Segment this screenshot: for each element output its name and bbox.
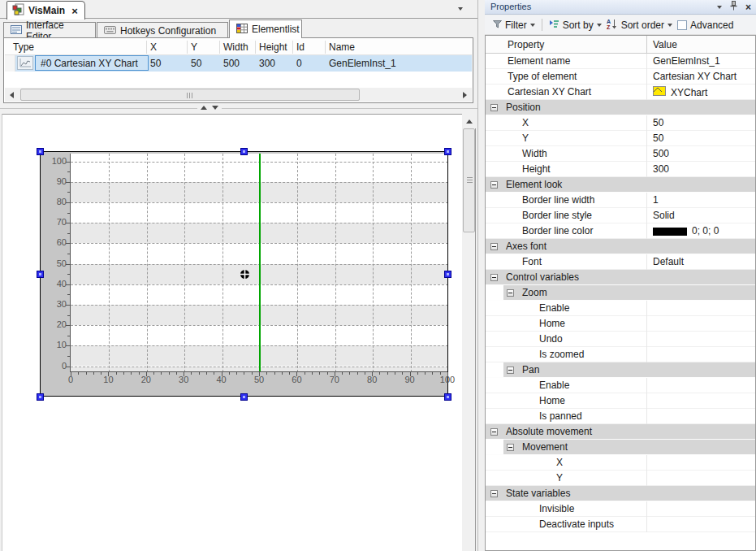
- h-scroll-thumb[interactable]: [20, 89, 360, 101]
- scroll-left-icon[interactable]: [5, 88, 19, 102]
- property-value[interactable]: 1: [653, 194, 659, 206]
- element-row-selected[interactable]: #0 Cartesian XY Chart 50 50 500 300 0 Ge…: [5, 55, 472, 72]
- splitter-up-icon[interactable]: [201, 106, 207, 110]
- element-type-cell[interactable]: #0 Cartesian XY Chart: [35, 55, 149, 71]
- sort-by-button[interactable]: Sort by: [546, 18, 604, 33]
- property-row[interactable]: Border line styleSolid: [486, 208, 755, 223]
- property-row[interactable]: Undo: [486, 332, 755, 347]
- property-row[interactable]: Height300: [486, 162, 755, 177]
- property-row[interactable]: Deactivate inputs: [486, 517, 755, 532]
- splitter[interactable]: [0, 104, 477, 114]
- property-row[interactable]: X50: [486, 115, 755, 131]
- element-y-cell[interactable]: 50: [191, 58, 201, 69]
- selection-handle[interactable]: [37, 148, 44, 155]
- property-column-header[interactable]: Property: [508, 39, 544, 50]
- property-group-row[interactable]: State variables: [486, 486, 755, 501]
- sort-by-dropdown-icon[interactable]: [597, 24, 602, 27]
- collapse-icon[interactable]: [490, 428, 498, 436]
- property-row[interactable]: Home: [486, 393, 755, 409]
- property-row[interactable]: FontDefault: [486, 254, 755, 270]
- sort-order-dropdown-icon[interactable]: [667, 24, 672, 27]
- property-row[interactable]: Enable: [486, 301, 755, 316]
- property-value[interactable]: Default: [653, 256, 684, 267]
- selection-handle[interactable]: [37, 393, 44, 401]
- property-row[interactable]: Width500: [486, 146, 755, 162]
- xy-chart-element[interactable]: 0102030405060708090100 01020304050607080…: [40, 151, 448, 397]
- tab-elementlist[interactable]: Elementlist: [229, 20, 302, 38]
- pin-icon[interactable]: [730, 1, 737, 15]
- element-id-cell[interactable]: 0: [296, 58, 302, 69]
- close-tab-icon[interactable]: ×: [71, 6, 78, 16]
- v-scrollbar[interactable]: [462, 115, 476, 551]
- column-header-name[interactable]: Name: [329, 41, 355, 53]
- property-row[interactable]: Is panned: [486, 409, 755, 424]
- collapse-icon[interactable]: [490, 104, 498, 111]
- filter-dropdown-icon[interactable]: [530, 24, 535, 27]
- close-icon[interactable]: ×: [745, 2, 751, 12]
- property-value[interactable]: 50: [653, 132, 663, 144]
- vismain-tab[interactable]: VisMain ×: [6, 1, 85, 20]
- property-group-row[interactable]: Axes font: [486, 239, 755, 254]
- property-row[interactable]: Cartesian XY ChartXYChart: [486, 85, 755, 100]
- collapse-icon[interactable]: [490, 181, 498, 189]
- collapse-icon[interactable]: [490, 274, 498, 281]
- property-group-row[interactable]: Element look: [486, 177, 755, 193]
- property-group-row[interactable]: Zoom: [486, 285, 755, 301]
- advanced-toggle[interactable]: Advanced: [675, 18, 736, 33]
- property-row[interactable]: Enable: [486, 378, 755, 393]
- property-value[interactable]: XYChart: [653, 86, 707, 98]
- collapse-icon[interactable]: [490, 490, 498, 497]
- property-group-row[interactable]: Absolute movement: [486, 424, 755, 440]
- property-value[interactable]: Solid: [653, 210, 675, 221]
- window-menu-icon[interactable]: [717, 6, 722, 9]
- column-header-y[interactable]: Y: [191, 41, 197, 53]
- selection-handle[interactable]: [240, 148, 248, 155]
- collapse-icon[interactable]: [490, 243, 498, 250]
- property-value[interactable]: 500: [653, 148, 669, 159]
- property-row[interactable]: X: [486, 455, 755, 471]
- tab-interface-editor[interactable]: Interface Editor: [3, 22, 96, 38]
- selection-handle[interactable]: [444, 271, 451, 278]
- property-group-row[interactable]: Movement: [486, 440, 755, 455]
- v-scroll-thumb[interactable]: [463, 128, 475, 232]
- element-width-cell[interactable]: 500: [223, 58, 240, 69]
- property-row[interactable]: Type of elementCartesian XY Chart: [486, 69, 755, 85]
- element-name-cell[interactable]: GenElemInst_1: [329, 58, 396, 69]
- tab-hotkeys-configuration[interactable]: Hotkeys Configuration: [97, 22, 228, 38]
- collapse-icon[interactable]: [507, 444, 514, 451]
- scroll-right-icon[interactable]: [458, 88, 472, 102]
- column-header-x[interactable]: X: [150, 41, 157, 53]
- property-value[interactable]: Cartesian XY Chart: [653, 71, 737, 82]
- property-value[interactable]: 0; 0; 0: [653, 225, 719, 236]
- pane-divider[interactable]: [477, 0, 485, 551]
- property-row[interactable]: Is zoomed: [486, 347, 755, 362]
- property-row[interactable]: Home: [486, 316, 755, 332]
- value-column-header[interactable]: Value: [653, 39, 677, 50]
- property-group-row[interactable]: Pan: [486, 362, 755, 378]
- column-header-height[interactable]: Height: [259, 41, 287, 53]
- selection-handle[interactable]: [240, 393, 248, 401]
- splitter-down-icon[interactable]: [212, 106, 218, 110]
- h-scrollbar[interactable]: [5, 88, 472, 102]
- property-value[interactable]: GenElemInst_1: [653, 55, 720, 67]
- property-value[interactable]: 300: [653, 163, 669, 175]
- selection-handle[interactable]: [444, 148, 451, 155]
- column-header-type[interactable]: Type: [13, 41, 34, 53]
- column-header-width[interactable]: Width: [223, 41, 248, 53]
- selection-handle[interactable]: [444, 393, 451, 401]
- visualization-canvas[interactable]: 0102030405060708090100 01020304050607080…: [2, 114, 462, 551]
- property-group-row[interactable]: Position: [486, 100, 755, 115]
- element-height-cell[interactable]: 300: [259, 58, 275, 69]
- tab-list-dropdown-icon[interactable]: [458, 7, 463, 11]
- collapse-icon[interactable]: [507, 367, 514, 374]
- property-group-row[interactable]: Control variables: [486, 270, 755, 285]
- advanced-checkbox[interactable]: [677, 20, 687, 30]
- sort-order-button[interactable]: A Z Sort order: [604, 17, 675, 33]
- collapse-icon[interactable]: [507, 289, 514, 297]
- column-header-id[interactable]: Id: [296, 41, 305, 53]
- property-row[interactable]: Border line width1: [486, 193, 755, 208]
- selection-handle[interactable]: [37, 271, 44, 278]
- property-row[interactable]: Y50: [486, 131, 755, 146]
- property-row[interactable]: Element nameGenElemInst_1: [486, 54, 755, 69]
- property-row[interactable]: Border line color0; 0; 0: [486, 223, 755, 239]
